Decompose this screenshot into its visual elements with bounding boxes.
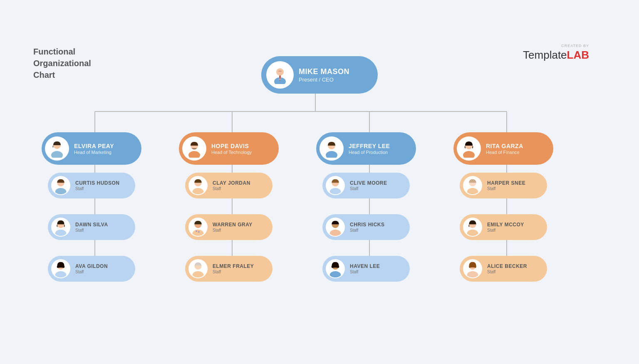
staff-role: Staff bbox=[350, 270, 380, 274]
finance-staff-2: EMILY MCCOY Staff bbox=[460, 214, 547, 240]
svg-point-51 bbox=[330, 230, 341, 236]
staff-role: Staff bbox=[75, 186, 120, 191]
production-staff-1: CLIVE MOORE Staff bbox=[322, 173, 410, 198]
staff-name: CURTIS HUDSON bbox=[75, 180, 120, 186]
svg-point-55 bbox=[463, 151, 475, 158]
technology-staff-3: ELMER FRALEY Staff bbox=[185, 256, 272, 282]
marketing-staff-2: DAWN SILVA Staff bbox=[48, 214, 135, 240]
page-title: Functional Organizational Chart bbox=[33, 46, 100, 81]
staff-avatar bbox=[326, 218, 345, 237]
svg-point-37 bbox=[188, 151, 200, 158]
staff-name: EMILY MCCOY bbox=[487, 222, 524, 228]
svg-point-61 bbox=[467, 271, 478, 278]
staff-avatar bbox=[51, 176, 70, 195]
staff-name: CLAY JORDAN bbox=[213, 180, 250, 186]
svg-point-49 bbox=[330, 188, 341, 195]
ceo-name: MIKE MASON bbox=[299, 67, 349, 76]
svg-point-29 bbox=[51, 151, 63, 158]
ceo-role: Present / CEO bbox=[299, 77, 349, 83]
marketing-head-avatar bbox=[45, 136, 69, 161]
staff-name: CLIVE MOORE bbox=[350, 180, 387, 186]
finance-head-avatar bbox=[457, 136, 481, 161]
production-head-name: JEFFREY LEE bbox=[349, 143, 390, 149]
production-head-node: JEFFREY LEE Head of Production bbox=[316, 132, 416, 165]
staff-avatar bbox=[326, 259, 345, 278]
svg-point-53 bbox=[330, 271, 341, 278]
staff-name: HAVEN LEE bbox=[350, 263, 380, 269]
staff-avatar bbox=[188, 218, 208, 237]
production-staff-2: CHRIS HICKS Staff bbox=[322, 214, 410, 240]
staff-role: Staff bbox=[487, 228, 524, 233]
marketing-head-role: Head of Marketing bbox=[74, 150, 114, 155]
technology-head-avatar bbox=[182, 136, 206, 161]
marketing-staff-3: AVA GILDON Staff bbox=[48, 256, 135, 282]
templatelab-name: TemplateLAB bbox=[523, 49, 589, 62]
staff-role: Staff bbox=[75, 270, 108, 274]
staff-role: Staff bbox=[213, 228, 253, 233]
staff-name: HARPER SNEE bbox=[487, 180, 525, 186]
staff-avatar bbox=[188, 259, 208, 278]
svg-point-35 bbox=[55, 271, 67, 278]
templatelab-bold: LAB bbox=[567, 49, 589, 61]
svg-point-47 bbox=[326, 151, 337, 158]
staff-avatar bbox=[188, 176, 208, 195]
staff-role: Staff bbox=[75, 228, 108, 233]
staff-avatar bbox=[463, 218, 482, 237]
svg-point-31 bbox=[55, 188, 67, 195]
svg-point-45 bbox=[193, 271, 204, 278]
staff-role: Staff bbox=[350, 186, 387, 191]
staff-role: Staff bbox=[213, 186, 250, 191]
svg-point-42 bbox=[196, 230, 197, 232]
marketing-head-name: ELVIRA PEAY bbox=[74, 143, 114, 149]
svg-point-41 bbox=[193, 230, 204, 236]
finance-staff-1: HARPER SNEE Staff bbox=[460, 173, 547, 198]
staff-role: Staff bbox=[487, 270, 527, 274]
finance-head-role: Head of Finance bbox=[486, 150, 523, 155]
svg-point-59 bbox=[467, 230, 478, 236]
staff-avatar bbox=[51, 218, 70, 237]
finance-staff-3: ALICE BECKER Staff bbox=[460, 256, 547, 282]
technology-head-name: HOPE DAVIS bbox=[211, 143, 252, 149]
production-head-avatar bbox=[320, 136, 344, 161]
finance-head-node: RITA GARZA Head of Finance bbox=[453, 132, 553, 165]
staff-name: WARREN GRAY bbox=[213, 222, 253, 228]
marketing-staff-1: CURTIS HUDSON Staff bbox=[48, 173, 135, 198]
svg-point-57 bbox=[467, 188, 478, 195]
created-by-label: CREATED BY bbox=[561, 44, 589, 48]
staff-avatar bbox=[463, 176, 482, 195]
staff-name: AVA GILDON bbox=[75, 263, 108, 269]
svg-point-33 bbox=[55, 230, 67, 236]
staff-name: DAWN SILVA bbox=[75, 222, 108, 228]
staff-role: Staff bbox=[487, 186, 525, 191]
org-chart-wrapper: Functional Organizational Chart CREATED … bbox=[0, 0, 639, 364]
svg-point-22 bbox=[276, 68, 284, 76]
production-head-role: Head of Production bbox=[349, 150, 390, 155]
svg-point-39 bbox=[193, 188, 204, 195]
staff-role: Staff bbox=[350, 228, 385, 233]
production-staff-3: HAVEN LEE Staff bbox=[322, 256, 410, 282]
finance-head-name: RITA GARZA bbox=[486, 143, 523, 149]
staff-name: CHRIS HICKS bbox=[350, 222, 385, 228]
technology-staff-1: CLAY JORDAN Staff bbox=[185, 173, 272, 198]
technology-staff-2: WARREN GRAY Staff bbox=[185, 214, 272, 240]
staff-name: ALICE BECKER bbox=[487, 263, 527, 269]
staff-avatar bbox=[51, 259, 70, 278]
svg-rect-27 bbox=[278, 71, 282, 72]
ceo-avatar bbox=[266, 61, 294, 89]
staff-avatar bbox=[463, 259, 482, 278]
marketing-head-node: ELVIRA PEAY Head of Marketing bbox=[42, 132, 141, 165]
staff-role: Staff bbox=[213, 270, 254, 274]
staff-avatar bbox=[326, 176, 345, 195]
svg-point-43 bbox=[198, 231, 200, 233]
ceo-node: MIKE MASON Present / CEO bbox=[261, 56, 378, 94]
technology-head-role: Head of Technology bbox=[211, 150, 252, 155]
staff-name: ELMER FRALEY bbox=[213, 263, 254, 269]
templatelab-logo: CREATED BY TemplateLAB bbox=[523, 44, 589, 62]
technology-head-node: HOPE DAVIS Head of Technology bbox=[179, 132, 279, 165]
